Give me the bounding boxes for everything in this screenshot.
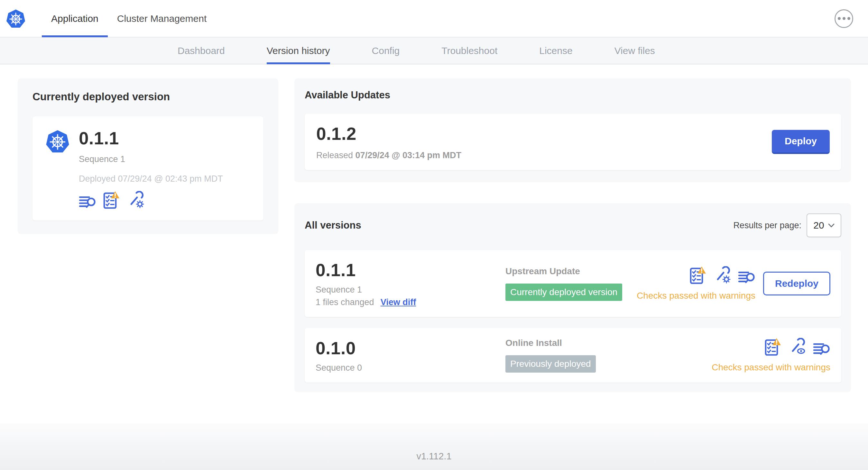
console-version: v1.112.1 (416, 451, 452, 462)
currently-deployed-title: Currently deployed version (32, 91, 264, 103)
files-changed-text: 1 files changed (316, 297, 374, 307)
preflight-checks-warning-icon[interactable] (765, 338, 781, 356)
deployed-version-number: 0.1.1 (79, 128, 223, 148)
currently-deployed-card: Currently deployed version 0.1.1 Sequenc… (18, 78, 278, 234)
edit-config-icon[interactable] (714, 266, 731, 284)
tab-cluster-management-label: Cluster Management (117, 13, 207, 24)
results-per-page-label: Results per page: (733, 221, 801, 231)
results-per-page-value: 20 (813, 220, 824, 231)
tab-view-files[interactable]: View files (615, 37, 655, 64)
files-changed-line: 1 files changed View diff (316, 297, 505, 307)
tab-dashboard-label: Dashboard (178, 45, 225, 56)
tab-application-label: Application (51, 13, 98, 24)
tab-version-history-label: Version history (267, 45, 330, 56)
results-per-page: Results per page: 20 (733, 213, 841, 237)
view-diff-link[interactable]: View diff (381, 297, 416, 307)
ellipsis-menu-icon[interactable] (835, 9, 853, 28)
deploy-logs-icon[interactable] (813, 342, 830, 356)
row-action-icons (765, 338, 830, 356)
released-prefix: Released (316, 150, 353, 160)
deploy-logs-icon[interactable] (79, 195, 96, 209)
tab-view-files-label: View files (615, 45, 655, 56)
tab-application[interactable]: Application (42, 0, 108, 37)
version-row-details: 0.1.0 Sequence 0 (316, 338, 505, 373)
currently-deployed-badge: Currently deployed version (505, 283, 622, 301)
row-version-number: 0.1.1 (316, 260, 505, 280)
chevron-down-icon (828, 224, 835, 228)
tab-license-label: License (539, 45, 572, 56)
icon-stack: Checks passed with warnings (712, 338, 830, 373)
deployed-version-details: 0.1.1 Sequence 1 Deployed 07/29/24 @ 02:… (79, 128, 223, 209)
checks-status-text: Checks passed with warnings (712, 362, 830, 373)
top-nav: Application Cluster Management (42, 0, 216, 37)
previously-deployed-badge: Previously deployed (505, 355, 596, 373)
app-subnav: Dashboard Version history Config Trouble… (0, 37, 868, 64)
update-version-number: 0.1.2 (316, 124, 461, 144)
available-updates-card: Available Updates 0.1.2 Released 07/29/2… (294, 78, 851, 182)
right-column: Available Updates 0.1.2 Released 07/29/2… (294, 78, 851, 392)
redeploy-button[interactable]: Redeploy (763, 272, 830, 296)
version-row-0-1-0: 0.1.0 Sequence 0 Online Install Previous… (305, 328, 841, 382)
row-action-icons (690, 266, 755, 284)
deploy-logs-icon[interactable] (738, 270, 755, 284)
version-row-0-1-1: 0.1.1 Sequence 1 1 files changed View di… (305, 250, 841, 317)
app-header: Application Cluster Management (0, 0, 868, 37)
kubernetes-logo (6, 0, 26, 37)
tab-version-history[interactable]: Version history (267, 37, 330, 64)
app-icon (45, 128, 70, 209)
version-row-details: 0.1.1 Sequence 1 1 files changed View di… (316, 260, 505, 307)
update-details: 0.1.2 Released 07/29/24 @ 03:14 pm MDT (316, 124, 461, 160)
tab-license[interactable]: License (539, 37, 572, 64)
deployed-actions (79, 191, 223, 209)
results-per-page-select[interactable]: 20 (807, 213, 841, 237)
version-row-actions: Checks passed with warnings (712, 338, 830, 373)
row-version-number: 0.1.0 (316, 338, 505, 359)
all-versions-title: All versions (305, 220, 361, 231)
app-footer: v1.112.1 (0, 424, 868, 470)
deployed-timestamp: Deployed 07/29/24 @ 02:43 pm MDT (79, 174, 223, 184)
tab-troubleshoot[interactable]: Troubleshoot (441, 37, 497, 64)
deploy-button[interactable]: Deploy (772, 130, 830, 154)
update-row: 0.1.2 Released 07/29/24 @ 03:14 pm MDT D… (305, 114, 841, 170)
all-versions-header: All versions Results per page: 20 (305, 213, 841, 237)
row-sequence: Sequence 0 (316, 363, 505, 373)
row-sequence: Sequence 1 (316, 285, 505, 295)
icon-stack: Checks passed with warnings (637, 266, 755, 301)
main-content: Currently deployed version 0.1.1 Sequenc… (0, 64, 868, 392)
preflight-checks-warning-icon[interactable] (103, 191, 120, 209)
tab-cluster-management[interactable]: Cluster Management (108, 0, 216, 37)
version-row-source: Upstream Update Currently deployed versi… (505, 266, 637, 301)
source-label: Upstream Update (505, 266, 637, 276)
version-row-actions: Checks passed with warnings Redeploy (637, 266, 830, 301)
tab-config[interactable]: Config (372, 37, 400, 64)
released-date: 07/29/24 @ 03:14 pm MDT (355, 150, 461, 160)
view-config-icon[interactable] (788, 338, 806, 356)
available-updates-title: Available Updates (305, 89, 841, 101)
tab-troubleshoot-label: Troubleshoot (441, 45, 497, 56)
preflight-checks-warning-icon[interactable] (690, 266, 707, 284)
tab-dashboard[interactable]: Dashboard (178, 37, 225, 64)
version-row-source: Online Install Previously deployed (505, 338, 712, 373)
checks-status-text: Checks passed with warnings (637, 291, 755, 301)
source-label: Online Install (505, 338, 712, 348)
deployed-sequence: Sequence 1 (79, 154, 223, 164)
tab-config-label: Config (372, 45, 400, 56)
all-versions-card: All versions Results per page: 20 0.1.1 … (294, 203, 851, 392)
edit-config-icon[interactable] (127, 191, 145, 209)
update-released-line: Released 07/29/24 @ 03:14 pm MDT (316, 150, 461, 160)
deployed-version-card: 0.1.1 Sequence 1 Deployed 07/29/24 @ 02:… (32, 116, 264, 221)
